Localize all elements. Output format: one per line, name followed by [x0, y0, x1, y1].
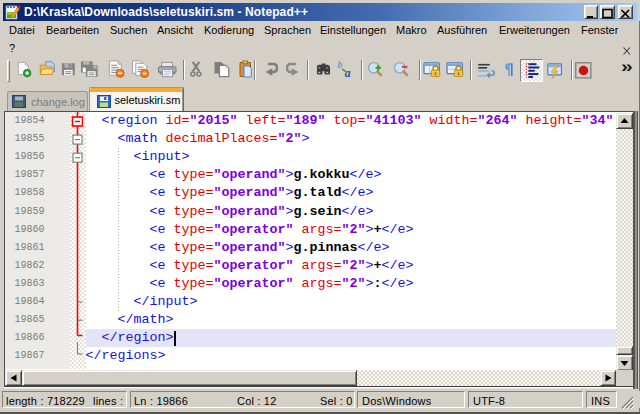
svg-text:b: b — [337, 60, 342, 70]
svg-text:a: a — [345, 67, 351, 79]
